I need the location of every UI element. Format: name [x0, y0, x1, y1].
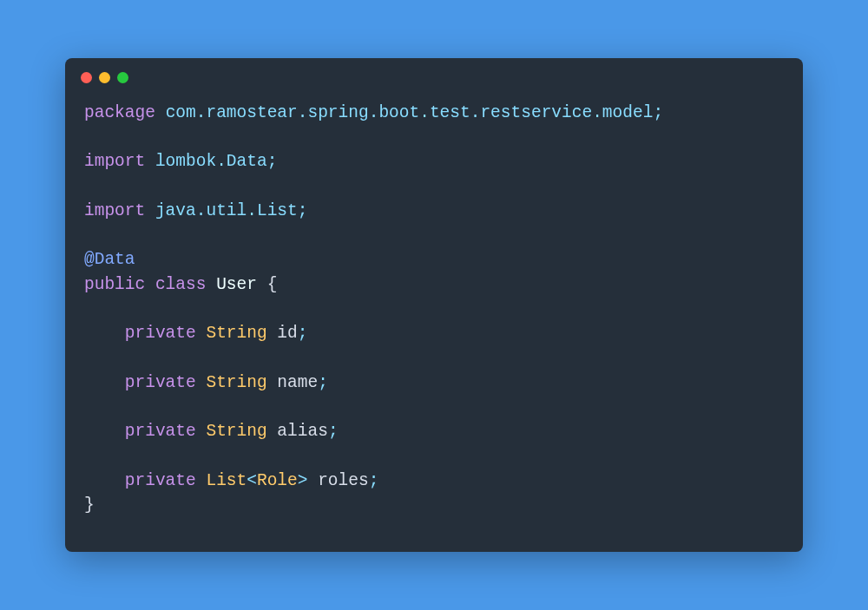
field-name: name — [277, 373, 318, 392]
semicolon: ; — [369, 471, 379, 490]
dot: . — [298, 103, 308, 122]
keyword-private: private — [125, 471, 196, 490]
dot: . — [592, 103, 602, 122]
dot: . — [247, 201, 257, 220]
keyword-import: import — [84, 152, 145, 171]
generic-type: Role — [257, 471, 298, 490]
package-seg: test — [430, 103, 470, 122]
import-seg: util — [206, 201, 247, 220]
field-name: alias — [277, 422, 328, 441]
dot: . — [470, 103, 481, 122]
angle-close: > — [298, 471, 308, 490]
field-name: roles — [318, 471, 369, 490]
minimize-icon[interactable] — [99, 72, 110, 83]
dot: . — [216, 152, 227, 171]
keyword-class: class — [155, 275, 207, 294]
import-seg: java — [155, 201, 196, 220]
semicolon: ; — [298, 324, 308, 343]
type-string: String — [206, 422, 266, 441]
keyword-private: private — [125, 324, 196, 343]
window-titlebar — [65, 58, 803, 90]
type-string: String — [206, 324, 266, 343]
code-block: package com.ramostear.spring.boot.test.r… — [65, 90, 803, 553]
semicolon: ; — [267, 152, 278, 171]
keyword-public: public — [84, 275, 145, 294]
keyword-private: private — [125, 373, 196, 392]
class-name: User — [216, 275, 257, 294]
dot: . — [369, 103, 379, 122]
semicolon: ; — [298, 201, 308, 220]
semicolon: ; — [318, 373, 328, 392]
type-string: String — [206, 373, 266, 392]
code-window: package com.ramostear.spring.boot.test.r… — [65, 58, 803, 553]
package-seg: boot — [378, 103, 419, 122]
import-seg: Data — [227, 152, 267, 171]
dot: . — [196, 103, 207, 122]
semicolon: ; — [653, 103, 663, 122]
package-seg: spring — [307, 103, 368, 122]
angle-open: < — [247, 471, 257, 490]
keyword-package: package — [84, 103, 155, 122]
dot: . — [419, 103, 430, 122]
semicolon: ; — [328, 422, 339, 441]
field-name: id — [277, 324, 297, 343]
import-seg: lombok — [155, 152, 216, 171]
keyword-private: private — [125, 422, 196, 441]
keyword-import: import — [84, 201, 145, 220]
package-seg: restservice — [480, 103, 592, 122]
annotation-data: @Data — [84, 250, 135, 269]
dot: . — [196, 201, 207, 220]
package-seg: com — [166, 103, 196, 122]
maximize-icon[interactable] — [117, 72, 128, 83]
open-brace: { — [267, 275, 278, 294]
package-seg: model — [602, 103, 654, 122]
import-seg: List — [257, 201, 298, 220]
type-list: List — [206, 471, 247, 490]
package-seg: ramostear — [206, 103, 297, 122]
close-icon[interactable] — [81, 72, 92, 83]
close-brace: } — [84, 495, 95, 515]
